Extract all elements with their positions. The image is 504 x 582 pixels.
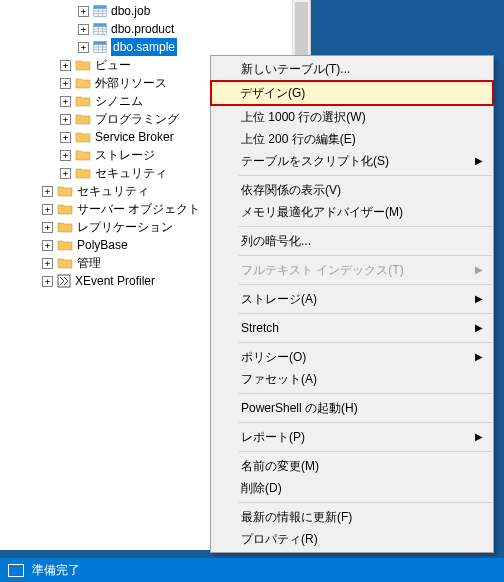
tree-label: 管理 xyxy=(77,254,101,272)
ctx-label: テーブルをスクリプト化(S) xyxy=(241,150,389,172)
ctx-separator xyxy=(239,255,492,256)
ctx-deps[interactable]: 依存関係の表示(V) xyxy=(211,179,493,201)
ctx-separator xyxy=(239,284,492,285)
window-icon xyxy=(8,564,24,577)
ctx-label: 上位 200 行の編集(E) xyxy=(241,128,356,150)
ctx-label: 上位 1000 行の選択(W) xyxy=(241,106,366,128)
expand-icon[interactable] xyxy=(60,150,71,161)
folder-icon xyxy=(75,58,91,72)
ctx-label: Stretch xyxy=(241,317,279,339)
ctx-storage[interactable]: ストレージ(A)▶ xyxy=(211,288,493,310)
ctx-separator xyxy=(239,502,492,503)
chevron-right-icon: ▶ xyxy=(475,259,483,281)
ctx-delete[interactable]: 削除(D) xyxy=(211,477,493,499)
ctx-separator xyxy=(239,175,492,176)
tree-label: dbo.product xyxy=(111,20,174,38)
expand-icon[interactable] xyxy=(60,60,71,71)
tree-label: レプリケーション xyxy=(77,218,173,236)
expand-icon[interactable] xyxy=(42,276,53,287)
ctx-refresh[interactable]: 最新の情報に更新(F) xyxy=(211,506,493,528)
ctx-separator xyxy=(239,342,492,343)
app-root: dbo.job dbo.product dbo.sample ビュー xyxy=(0,0,504,582)
expand-icon[interactable] xyxy=(60,96,71,107)
table-icon xyxy=(93,4,107,18)
ctx-edit-top[interactable]: 上位 200 行の編集(E) xyxy=(211,128,493,150)
expand-icon[interactable] xyxy=(42,204,53,215)
folder-icon xyxy=(75,76,91,90)
expand-icon[interactable] xyxy=(60,132,71,143)
tree-node-table-selected[interactable]: dbo.sample xyxy=(0,38,310,56)
ctx-new-table[interactable]: 新しいテーブル(T)... xyxy=(211,58,493,80)
ctx-mem-advisor[interactable]: メモリ最適化アドバイザー(M) xyxy=(211,201,493,223)
ctx-label: メモリ最適化アドバイザー(M) xyxy=(241,201,403,223)
svg-rect-1 xyxy=(94,8,106,16)
expand-icon[interactable] xyxy=(60,78,71,89)
tree-node-table[interactable]: dbo.product xyxy=(0,20,310,38)
ctx-label: 新しいテーブル(T)... xyxy=(241,58,350,80)
svg-rect-7 xyxy=(94,26,106,34)
svg-rect-12 xyxy=(94,42,106,45)
expand-icon[interactable] xyxy=(42,222,53,233)
folder-icon xyxy=(75,148,91,162)
tree-label: シノニム xyxy=(95,92,143,110)
ctx-select-top[interactable]: 上位 1000 行の選択(W) xyxy=(211,106,493,128)
ctx-separator xyxy=(239,226,492,227)
ctx-report[interactable]: レポート(P)▶ xyxy=(211,426,493,448)
ctx-policy[interactable]: ポリシー(O)▶ xyxy=(211,346,493,368)
expand-icon[interactable] xyxy=(42,258,53,269)
ctx-label: フルテキスト インデックス(T) xyxy=(241,259,404,281)
tree-node-table[interactable]: dbo.job xyxy=(0,2,310,20)
folder-icon xyxy=(75,130,91,144)
ctx-label: レポート(P) xyxy=(241,426,305,448)
status-bar: 準備完了 xyxy=(0,558,504,582)
tree-label: dbo.sample xyxy=(111,38,177,56)
table-icon xyxy=(93,22,107,36)
ctx-stretch[interactable]: Stretch▶ xyxy=(211,317,493,339)
ctx-powershell[interactable]: PowerShell の起動(H) xyxy=(211,397,493,419)
ctx-facet[interactable]: ファセット(A) xyxy=(211,368,493,390)
tree-label: セキュリティ xyxy=(95,164,167,182)
tree-label: Service Broker xyxy=(95,128,174,146)
ctx-label: ファセット(A) xyxy=(241,368,317,390)
expand-icon[interactable] xyxy=(78,24,89,35)
ctx-fulltext-index: フルテキスト インデックス(T)▶ xyxy=(211,259,493,281)
expand-icon[interactable] xyxy=(60,114,71,125)
ctx-label: プロパティ(R) xyxy=(241,528,318,550)
svg-rect-0 xyxy=(94,6,106,9)
ctx-label: PowerShell の起動(H) xyxy=(241,397,358,419)
ctx-label: 名前の変更(M) xyxy=(241,455,319,477)
ctx-design[interactable]: デザイン(G) xyxy=(210,80,494,106)
tree-label: 外部リソース xyxy=(95,74,167,92)
ctx-label: ストレージ(A) xyxy=(241,288,317,310)
expand-icon[interactable] xyxy=(42,186,53,197)
tree-label: PolyBase xyxy=(77,236,128,254)
tree-label: サーバー オブジェクト xyxy=(77,200,200,218)
ctx-properties[interactable]: プロパティ(R) xyxy=(211,528,493,550)
ctx-separator xyxy=(239,422,492,423)
ctx-script-as[interactable]: テーブルをスクリプト化(S)▶ xyxy=(211,150,493,172)
ctx-label: 依存関係の表示(V) xyxy=(241,179,341,201)
expand-icon[interactable] xyxy=(78,42,89,53)
ctx-label: ポリシー(O) xyxy=(241,346,306,368)
ctx-label: デザイン(G) xyxy=(240,82,305,104)
expand-icon[interactable] xyxy=(42,240,53,251)
chevron-right-icon: ▶ xyxy=(475,426,483,448)
expand-icon[interactable] xyxy=(78,6,89,17)
folder-icon xyxy=(57,184,73,198)
ctx-label: 列の暗号化... xyxy=(241,230,311,252)
tree-label: セキュリティ xyxy=(77,182,149,200)
folder-icon xyxy=(57,238,73,252)
ctx-separator xyxy=(239,451,492,452)
xevent-icon xyxy=(57,274,71,288)
ctx-encrypt-columns[interactable]: 列の暗号化... xyxy=(211,230,493,252)
ctx-separator xyxy=(239,393,492,394)
folder-icon xyxy=(75,112,91,126)
tree-label: プログラミング xyxy=(95,110,179,128)
context-menu: 新しいテーブル(T)... デザイン(G) 上位 1000 行の選択(W) 上位… xyxy=(210,55,494,553)
expand-icon[interactable] xyxy=(60,168,71,179)
ctx-rename[interactable]: 名前の変更(M) xyxy=(211,455,493,477)
chevron-right-icon: ▶ xyxy=(475,317,483,339)
chevron-right-icon: ▶ xyxy=(475,288,483,310)
ctx-label: 最新の情報に更新(F) xyxy=(241,506,352,528)
tree-label: ストレージ xyxy=(95,146,155,164)
